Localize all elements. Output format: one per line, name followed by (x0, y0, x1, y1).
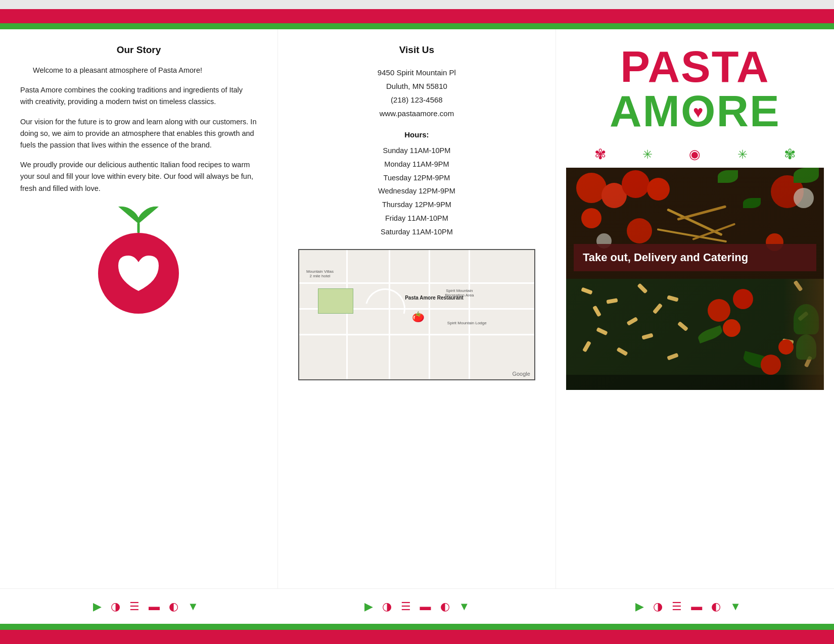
story-para2: Pasta Amore combines the cooking traditi… (20, 84, 257, 108)
bi-circle-3: ◐ (711, 600, 721, 613)
bi-halfcircle-2: ◑ (382, 600, 392, 613)
hours-item: Tuesday 12PM-9PM (298, 171, 535, 185)
map-spirit-lodge: Spirit Mountain Lodge (447, 321, 487, 325)
bottom-red-stripe (0, 630, 834, 644)
bi-rect-1: ▬ (149, 600, 160, 613)
hours-item: Thursday 12PM-9PM (298, 198, 535, 212)
story-para1: Welcome to a pleasant atmosphere of Past… (20, 65, 257, 76)
bi-triangle-1: ▼ (188, 600, 199, 613)
hours-block: Sunday 11AM-10PMMonday 11AM-9PMTuesday 1… (298, 144, 535, 239)
top-green-stripe (0, 23, 834, 29)
hours-title: Hours: (298, 130, 535, 139)
deco-circle-1: ◉ (689, 146, 701, 162)
address-block: 9450 Spirit Mountain Pl Duluth, MN 55810… (298, 66, 535, 120)
icon-group-1: ▶ ◑ ☰ ▬ ◐ ▼ (93, 600, 199, 613)
brand-o-heart: O ♥ (681, 89, 716, 133)
phone: (218) 123-4568 (298, 93, 535, 107)
left-column: Our Story Welcome to a pleasant atmosphe… (0, 29, 278, 588)
icon-group-2: ▶ ◑ ☰ ▬ ◐ ▼ (364, 600, 470, 613)
map-spirit-mountain: Spirit MountainRecreation Area (445, 288, 474, 298)
tomato-illustration (20, 203, 257, 314)
bi-halfcircle-1: ◑ (111, 600, 120, 613)
hours-item: Friday 11AM-10PM (298, 212, 535, 225)
deco-spiral-1: ✾ (594, 146, 606, 163)
middle-column: Visit Us 9450 Spirit Mountain Pl Duluth,… (278, 29, 556, 588)
hours-item: Sunday 11AM-10PM (298, 144, 535, 158)
brand-header: PASTA AM O ♥ RE (566, 39, 824, 141)
bi-triangle-2: ▼ (459, 600, 470, 613)
brand-pasta: PASTA (576, 44, 814, 89)
takeout-text: Take out, Delivery and Catering (583, 251, 748, 264)
brand-amore: AM O ♥ RE (576, 89, 814, 133)
takeout-overlay: Take out, Delivery and Catering (574, 244, 816, 271)
address-line2: Duluth, MN 55810 (298, 79, 535, 93)
hours-item: Monday 11AM-9PM (298, 158, 535, 171)
bi-rect-2: ▬ (420, 600, 431, 613)
food-image-top: Take out, Delivery and Catering (566, 168, 824, 279)
food-image-bottom (566, 279, 824, 390)
bi-halfcircle-3: ◑ (653, 600, 663, 613)
bi-lines-3: ☰ (672, 600, 682, 613)
bi-rect-3: ▬ (691, 600, 702, 613)
top-red-stripe (0, 9, 834, 23)
heart-icon: ♥ (693, 103, 704, 120)
address-line1: 9450 Spirit Mountain Pl (298, 66, 535, 79)
bi-play-1: ▶ (93, 600, 102, 613)
right-column: PASTA AM O ♥ RE ✾ ✳ ◉ ✳ ✾ (556, 29, 834, 588)
bi-lines-2: ☰ (401, 600, 411, 613)
deco-star-2: ✳ (737, 147, 748, 162)
hours-item: Wednesday 12PM-9PM (298, 184, 535, 198)
bi-circle-1: ◐ (169, 600, 178, 613)
bottom-icons-bar: ▶ ◑ ☰ ▬ ◐ ▼ ▶ ◑ ☰ ▬ ◐ ▼ ▶ ◑ ☰ ▬ ◐ ▼ (0, 588, 834, 624)
story-title: Our Story (20, 44, 257, 56)
map-container: Pasta Amore Restaurant 🍅 Mountain Villas… (298, 249, 535, 380)
website: www.pastaamore.com (298, 107, 535, 120)
bi-triangle-3: ▼ (730, 600, 741, 613)
icon-group-3: ▶ ◑ ☰ ▬ ◐ ▼ (635, 600, 741, 613)
hours-item: Saturday 11AM-10PM (298, 225, 535, 239)
map-marker: 🍅 (412, 311, 425, 323)
deco-icons-row: ✾ ✳ ◉ ✳ ✾ (566, 141, 824, 168)
bi-circle-2: ◐ (440, 600, 450, 613)
bi-play-2: ▶ (364, 600, 373, 613)
bi-play-3: ▶ (635, 600, 644, 613)
deco-spiral-2: ✾ (784, 146, 796, 163)
map-mountain-villas: Mountain Villas2 mile hotel (306, 269, 334, 278)
bottom-green-stripe (0, 624, 834, 630)
story-para3: Our vision for the future is to grow and… (20, 116, 257, 152)
map-google-label: Google (512, 371, 530, 377)
story-para4: We proudly provide our delicious authent… (20, 159, 257, 194)
deco-star-1: ✳ (642, 147, 653, 162)
bi-lines-1: ☰ (129, 600, 140, 613)
visit-title: Visit Us (298, 44, 535, 56)
top-gray-stripe (0, 0, 834, 9)
